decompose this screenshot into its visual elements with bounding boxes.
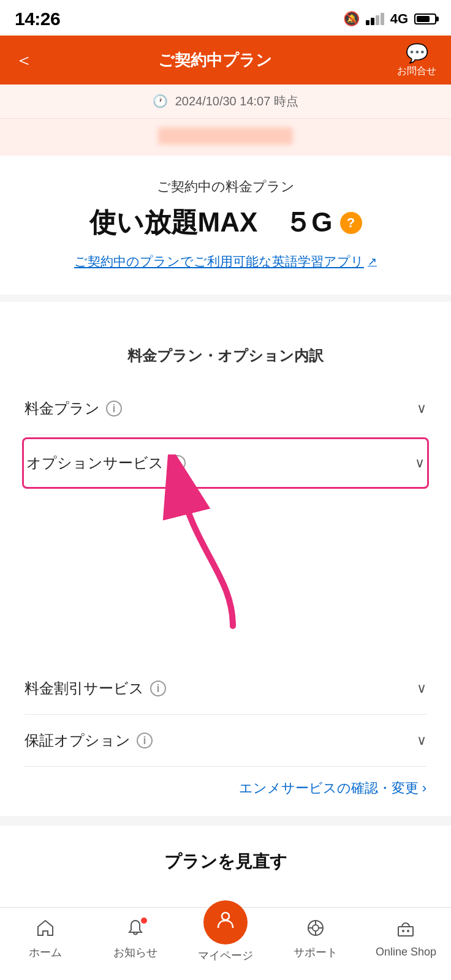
support-icon [306, 919, 325, 941]
nav-label-mypage: マイページ [198, 948, 253, 963]
nav-item-notice[interactable]: お知らせ [90, 919, 180, 960]
plan-name: 使い放題MAX ５G ? [25, 205, 426, 241]
arrow-annotation [25, 491, 426, 663]
bell-icon [126, 919, 145, 941]
status-time: 14:26 [15, 9, 60, 29]
discount-info-circle[interactable]: i [150, 680, 166, 696]
svg-point-14 [407, 930, 409, 932]
option-service-label-text: オプションサービス [26, 453, 164, 473]
warranty-chevron-icon: ∨ [417, 733, 426, 748]
accordion-header-plan[interactable]: 料金プラン i ∨ [25, 383, 426, 434]
status-right-icons: 🔕 4G [343, 11, 436, 27]
spacer-1 [0, 302, 451, 324]
confirm-link-row: エンメサービスの確認・変更 › [25, 767, 426, 816]
nav-item-mypage[interactable]: マイページ [180, 915, 270, 963]
account-name [158, 127, 293, 145]
nav-item-home[interactable]: ホーム [0, 919, 90, 960]
network-label: 4G [390, 11, 408, 27]
plan-name-text: 使い放題MAX ５G [89, 205, 333, 241]
accordion-item-discount: 料金割引サービス i ∨ [25, 663, 426, 715]
contact-label: お問合せ [397, 65, 436, 78]
plan-chevron-icon: ∨ [417, 401, 426, 417]
accordion-item-warranty: 保証オプション i ∨ [25, 715, 426, 767]
svg-rect-12 [398, 927, 413, 936]
plan-subtitle: ご契約中の料金プラン [25, 178, 426, 196]
plan-app-link[interactable]: ご契約中のプランでご利用可能な英語学習アプリ ↗ [25, 253, 426, 270]
svg-point-13 [402, 930, 404, 932]
big-divider-1 [0, 816, 451, 826]
app-link-anchor[interactable]: ご契約中のプランでご利用可能な英語学習アプリ ↗ [74, 253, 377, 270]
nav-label-support: サポート [294, 945, 338, 960]
app-link-text: ご契約中のプランでご利用可能な英語学習アプリ [74, 253, 364, 270]
main-content: ご契約中の料金プラン 使い放題MAX ５G ? ご契約中のプランでご利用可能な英… [0, 156, 451, 295]
discount-label-text: 料金割引サービス [25, 679, 144, 698]
accordion-label-discount: 料金割引サービス i [25, 679, 166, 698]
shop-icon [396, 919, 415, 942]
svg-point-7 [313, 925, 319, 931]
warranty-info-circle[interactable]: i [137, 733, 153, 748]
person-icon [215, 910, 236, 935]
accordion-label-warranty: 保証オプション i [25, 731, 153, 750]
options-section-title: 料金プラン・オプション内訳 [25, 324, 426, 383]
accordion-header-warranty[interactable]: 保証オプション i ∨ [25, 715, 426, 766]
section-divider-1 [0, 295, 451, 302]
plan-review-title: プランを見直す [25, 850, 426, 873]
external-link-icon: ↗ [368, 255, 377, 268]
option-service-chevron-icon: ∨ [415, 455, 425, 471]
accordion-header-option-service[interactable]: オプションサービス i ∨ [26, 439, 425, 487]
clock-icon: 🕐 [153, 94, 168, 108]
warranty-label-text: 保証オプション [25, 731, 131, 750]
status-bar: 14:26 🔕 4G [0, 0, 451, 36]
back-button[interactable]: ＜ [15, 48, 33, 73]
svg-point-5 [222, 913, 229, 920]
accordion-item-option-service: オプションサービス i ∨ [22, 437, 429, 489]
contact-icon: 💬 [406, 42, 428, 64]
bottom-nav: ホーム お知らせ マイページ [0, 907, 451, 980]
plan-label-text: 料金プラン [25, 399, 100, 418]
options-section: 料金プラン・オプション内訳 料金プラン i ∨ オプションサービス i ∨ [0, 324, 451, 816]
nav-label-home: ホーム [29, 945, 62, 960]
plan-info-button[interactable]: ? [340, 212, 362, 234]
timestamp-banner: 🕐 2024/10/30 14:07 時点 [0, 85, 451, 119]
confirm-link[interactable]: エンメサービスの確認・変更 › [239, 779, 426, 797]
nav-item-shop[interactable]: Online Shop [361, 919, 451, 959]
header: ＜ ご契約中プラン 💬 お問合せ [0, 36, 451, 85]
confirm-link-chevron: › [422, 780, 426, 796]
header-title: ご契約中プラン [158, 50, 272, 71]
option-service-info-circle[interactable]: i [170, 455, 186, 471]
accordion-item-plan: 料金プラン i ∨ [25, 383, 426, 435]
accordion-header-discount[interactable]: 料金割引サービス i ∨ [25, 663, 426, 714]
battery-icon [414, 13, 436, 24]
timestamp-text: 2024/10/30 14:07 時点 [175, 94, 298, 108]
mypage-circle [203, 900, 248, 944]
nav-item-support[interactable]: サポート [271, 919, 361, 960]
nav-label-shop: Online Shop [376, 946, 436, 959]
confirm-link-text: エンメサービスの確認・変更 [239, 779, 419, 797]
signal-icon [366, 13, 384, 25]
plan-info-circle[interactable]: i [106, 401, 122, 417]
discount-chevron-icon: ∨ [417, 680, 426, 696]
nav-label-notice: お知らせ [113, 945, 157, 960]
bell-slash-icon: 🔕 [343, 11, 360, 27]
accordion-label-option-service: オプションサービス i [26, 453, 186, 473]
account-bar [0, 119, 451, 156]
accordion-label-plan: 料金プラン i [25, 399, 122, 418]
home-icon [36, 919, 55, 941]
contact-button[interactable]: 💬 お問合せ [397, 42, 436, 78]
